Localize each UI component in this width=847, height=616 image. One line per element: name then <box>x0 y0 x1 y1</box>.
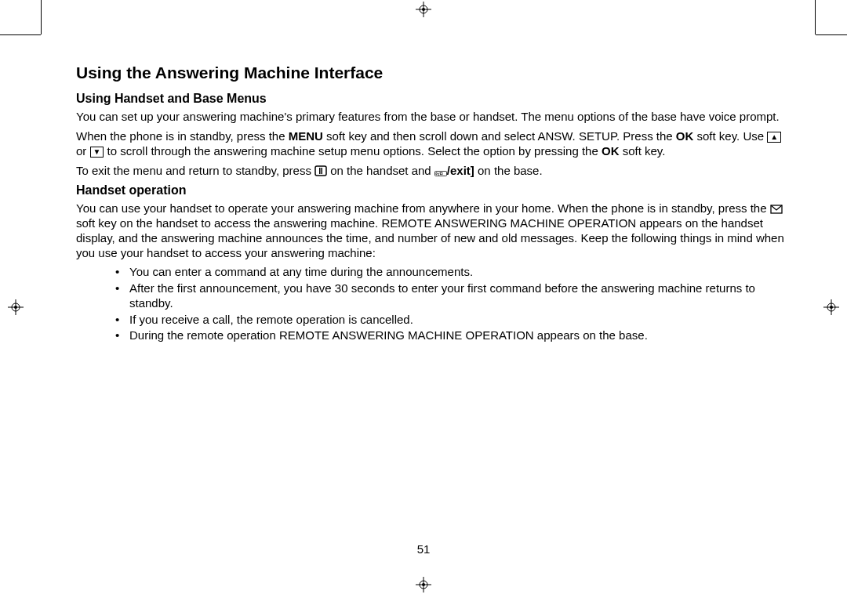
svg-text:/: / <box>438 171 440 176</box>
list-item: You can enter a command at any time duri… <box>115 265 788 280</box>
registration-mark-icon <box>416 2 431 17</box>
svg-rect-18 <box>322 168 323 174</box>
ok-key-label: OK <box>602 144 620 158</box>
registration-mark-icon <box>823 299 839 315</box>
registration-mark-icon <box>416 577 431 592</box>
list-item: After the first announcement, you have 3… <box>115 281 788 311</box>
list-item: If you receive a call, the remote operat… <box>115 313 788 328</box>
svg-rect-19 <box>434 171 446 176</box>
page-number: 51 <box>417 542 431 556</box>
svg-rect-16 <box>315 166 326 176</box>
section-heading-menus: Using Handset and Base Menus <box>76 91 788 107</box>
exit-key-label: /exit <box>447 164 471 177</box>
paragraph: You can set up your answering machine's … <box>76 110 788 125</box>
page-content: Using the Answering Machine Interface Us… <box>76 63 788 345</box>
paragraph: You can use your handset to operate your… <box>76 201 788 260</box>
page-title: Using the Answering Machine Interface <box>76 63 788 83</box>
bullet-list: You can enter a command at any time duri… <box>115 265 788 343</box>
menu-key-label: MENU <box>289 129 323 143</box>
svg-rect-17 <box>319 168 321 174</box>
down-arrow-key-icon: ▼ <box>90 147 104 158</box>
paragraph: When the phone is in standby, press the … <box>76 129 788 159</box>
registration-mark-icon <box>8 299 24 315</box>
list-item: During the remote operation REMOTE ANSWE… <box>115 328 788 343</box>
play-stop-key-icon: / <box>434 165 447 176</box>
end-key-icon <box>314 165 327 176</box>
up-arrow-key-icon: ▲ <box>767 132 781 143</box>
envelope-key-icon <box>770 203 783 214</box>
ok-key-label: OK <box>676 129 694 143</box>
svg-rect-21 <box>440 172 442 175</box>
paragraph: To exit the menu and return to standby, … <box>76 164 788 179</box>
section-heading-handset: Handset operation <box>76 183 788 198</box>
